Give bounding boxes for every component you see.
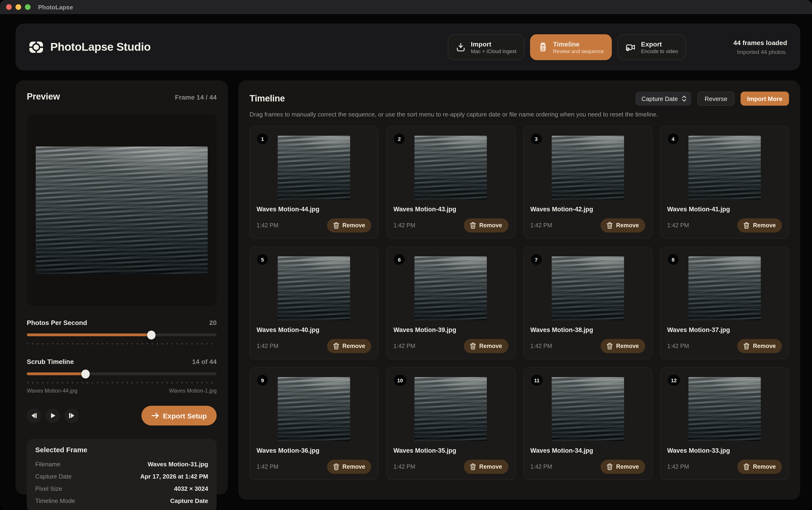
- preview-image: [36, 147, 208, 274]
- remove-button[interactable]: Remove: [601, 339, 645, 353]
- frame-card[interactable]: 3 Waves Motion-42.jpg 1:42 PM Remove: [523, 126, 652, 239]
- frame-card[interactable]: 10 Waves Motion-35.jpg 1:42 PM Remove: [386, 367, 516, 480]
- remove-button[interactable]: Remove: [327, 339, 371, 353]
- step-forward-button[interactable]: [64, 408, 79, 423]
- remove-label: Remove: [616, 222, 639, 229]
- nav-export-button[interactable]: Export Encode to video: [617, 34, 686, 60]
- frame-card[interactable]: 8 Waves Motion-37.jpg 1:42 PM Remove: [660, 246, 789, 359]
- frame-order-badge: 11: [531, 375, 543, 386]
- nav-import-subtitle: Mac + iCloud ingest: [471, 48, 516, 54]
- frame-time: 1:42 PM: [530, 222, 552, 229]
- pixel-size-value: 4032 × 3024: [174, 485, 208, 492]
- frame-time: 1:42 PM: [257, 343, 279, 350]
- nav-import-button[interactable]: Import Mac + iCloud ingest: [448, 34, 524, 60]
- frame-card[interactable]: 4 Waves Motion-41.jpg 1:42 PM Remove: [660, 126, 789, 239]
- capture-date-value: Apr 17, 2026 at 1:42 PM: [140, 473, 208, 480]
- viewfinder-icon: [29, 41, 44, 53]
- timeline-panel: Timeline Capture Date Reverse: [238, 80, 800, 500]
- close-button[interactable]: [6, 4, 12, 10]
- frame-order-badge: 4: [668, 133, 678, 144]
- timeline-mode-value: Capture Date: [170, 497, 208, 504]
- remove-label: Remove: [342, 343, 365, 350]
- trash-icon: [607, 222, 613, 229]
- trash-icon: [607, 463, 613, 470]
- remove-button[interactable]: Remove: [737, 218, 782, 233]
- frame-order-badge: 10: [394, 375, 406, 386]
- frame-card[interactable]: 5 Waves Motion-40.jpg 1:42 PM Remove: [250, 246, 378, 359]
- import-more-label: Import More: [747, 95, 782, 102]
- frame-order-badge: 7: [531, 254, 542, 265]
- filename-label: Filename: [35, 460, 60, 468]
- timeline-grid: 1 Waves Motion-44.jpg 1:42 PM Remove 2 W…: [250, 126, 789, 480]
- remove-button[interactable]: Remove: [464, 339, 508, 353]
- frame-card[interactable]: 11 Waves Motion-34.jpg 1:42 PM Remove: [523, 367, 652, 480]
- frame-order-badge: 2: [394, 133, 405, 144]
- frame-order-badge: 3: [531, 133, 542, 144]
- remove-button[interactable]: Remove: [464, 460, 508, 474]
- remove-label: Remove: [342, 463, 365, 470]
- remove-button[interactable]: Remove: [464, 218, 508, 233]
- pps-slider[interactable]: [27, 331, 216, 339]
- frame-filename: Waves Motion-43.jpg: [394, 206, 509, 213]
- remove-label: Remove: [479, 343, 502, 350]
- frame-thumbnail: [415, 136, 487, 200]
- trash-icon: [607, 343, 613, 350]
- step-back-button[interactable]: [27, 408, 41, 423]
- frame-card[interactable]: 12 Waves Motion-33.jpg 1:42 PM Remove: [660, 367, 789, 480]
- remove-button[interactable]: Remove: [601, 460, 645, 474]
- brand: PhotoLapse Studio: [29, 40, 151, 54]
- step-back-icon: [31, 413, 37, 418]
- remove-label: Remove: [479, 222, 502, 229]
- frame-filename: Waves Motion-33.jpg: [667, 447, 782, 454]
- video-camera-icon: [626, 42, 636, 52]
- frame-filename: Waves Motion-37.jpg: [667, 326, 782, 333]
- scrub-slider-thumb[interactable]: [81, 369, 90, 379]
- frame-thumbnail: [278, 257, 350, 320]
- trash-icon: [333, 222, 339, 229]
- frame-order-badge: 12: [668, 375, 680, 386]
- frame-card[interactable]: 9 Waves Motion-36.jpg 1:42 PM Remove: [250, 367, 378, 480]
- import-more-button[interactable]: Import More: [741, 92, 789, 106]
- remove-label: Remove: [616, 463, 639, 470]
- frame-card[interactable]: 1 Waves Motion-44.jpg 1:42 PM Remove: [250, 126, 378, 239]
- remove-label: Remove: [753, 343, 776, 350]
- main-nav: Import Mac + iCloud ingest Timeline: [448, 34, 686, 60]
- reverse-button[interactable]: Reverse: [698, 92, 734, 106]
- minimize-button[interactable]: [16, 4, 21, 10]
- imported-photos-label: Imported 44 photos.: [728, 49, 787, 55]
- scrub-end-filename: Waves Motion-1.jpg: [169, 388, 216, 393]
- frame-order-badge: 1: [257, 133, 268, 144]
- frame-time: 1:42 PM: [667, 343, 689, 350]
- play-button[interactable]: [46, 408, 60, 423]
- remove-label: Remove: [479, 463, 502, 470]
- frame-order-badge: 5: [257, 254, 268, 265]
- remove-button[interactable]: Remove: [737, 339, 782, 353]
- frame-card[interactable]: 2 Waves Motion-43.jpg 1:42 PM Remove: [386, 126, 516, 239]
- frame-thumbnail: [689, 377, 761, 441]
- scrub-slider[interactable]: [27, 369, 216, 379]
- trash-icon: [470, 343, 476, 350]
- selected-frame-row: Timeline Mode Capture Date: [35, 494, 208, 507]
- timeline-title: Timeline: [250, 93, 285, 104]
- frame-filename: Waves Motion-38.jpg: [530, 326, 645, 333]
- frame-filename: Waves Motion-40.jpg: [257, 326, 372, 333]
- remove-button[interactable]: Remove: [327, 460, 371, 474]
- remove-button[interactable]: Remove: [601, 218, 645, 233]
- nav-timeline-button[interactable]: Timeline Review and sequence: [530, 34, 612, 60]
- remove-button[interactable]: Remove: [327, 218, 371, 233]
- pps-value: 20: [209, 319, 216, 326]
- scrub-slider-ticks: [27, 382, 216, 384]
- frame-card[interactable]: 7 Waves Motion-38.jpg 1:42 PM Remove: [523, 246, 652, 359]
- frame-card[interactable]: 6 Waves Motion-39.jpg 1:42 PM Remove: [386, 246, 516, 359]
- sort-select[interactable]: Capture Date: [635, 92, 692, 106]
- frame-filename: Waves Motion-35.jpg: [394, 447, 509, 454]
- trash-icon: [333, 463, 339, 470]
- nav-import-title: Import: [471, 40, 516, 48]
- export-setup-button[interactable]: Export Setup: [141, 406, 216, 425]
- pps-label: Photos Per Second: [27, 319, 87, 326]
- frame-filename: Waves Motion-34.jpg: [530, 447, 645, 454]
- pps-slider-thumb[interactable]: [147, 331, 155, 339]
- zoom-button[interactable]: [25, 4, 31, 10]
- trash-icon: [744, 463, 750, 470]
- remove-button[interactable]: Remove: [737, 460, 782, 474]
